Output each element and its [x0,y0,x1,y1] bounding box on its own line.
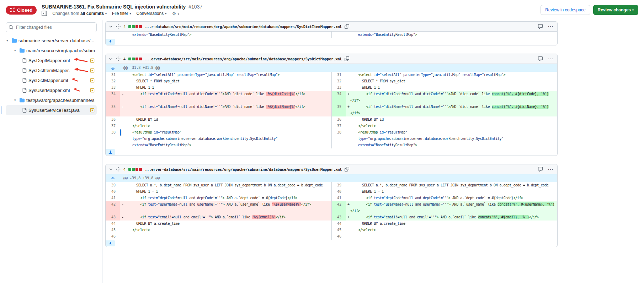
annotation-arrow-icon [73,67,88,72]
caret-down-icon: ▾ [105,12,107,15]
comment-icon[interactable] [538,24,543,29]
code-cell: WHERE 1=1 [120,85,331,91]
tree-folder-submarine-server-server-database[interactable]: ▾submarine-server/server-database/... [6,36,97,45]
line-number[interactable]: 44 [331,221,346,227]
tree-file-sysdictmapper-xml[interactable]: SysDictMapper.xml [6,75,97,85]
code-cell: SELECT * FROM sys_dict [120,78,331,85]
sidebar-toggle-icon[interactable] [42,11,47,16]
line-number[interactable]: 33 [331,85,346,91]
line-number[interactable]: 31 [106,72,120,78]
kebab-menu-icon[interactable]: ··· [548,24,554,29]
line-number[interactable]: 31 [331,72,346,78]
pr-status-badge: Closed [6,6,37,15]
line-number[interactable]: 43 [106,214,120,221]
line-number[interactable]: 46 [106,233,120,240]
tree-folder-main-resources-org-apache-subm[interactable]: ▾main/resources/org/apache/subm... [6,45,97,55]
line-number[interactable]: 41 [106,195,120,201]
diffstat-square-del [139,58,142,60]
line-number[interactable]: 40 [331,189,346,195]
line-number[interactable]: 40 [106,189,120,195]
expand-diff-button[interactable] [106,149,115,155]
file-path-link[interactable]: ...erver-database/src/main/resources/org… [145,57,342,61]
review-in-codespace-button[interactable]: Review in codespace [541,5,590,15]
diff-row: extends="BaseEntityResultMap"> extends="… [106,32,557,38]
expand-hunk-button[interactable] [106,64,120,72]
line-number[interactable]: 35 [331,104,346,116]
diff-sign: - [120,201,124,208]
filter-changed-files-input[interactable] [6,22,97,32]
diff-panel: 4...r-database/src/main/resources/org/ap… [103,20,644,283]
collapse-file-chevron-icon[interactable] [108,167,113,172]
file-tree: ▾submarine-server/server-database/...▾ma… [6,36,97,115]
diffstat-square-del [135,168,138,171]
line-number[interactable]: 42 [106,201,120,214]
line-number[interactable]: 42 [331,201,346,214]
tree-folder-test-java-org-apache-submarine-s[interactable]: ▾test/java/org/apache/submarine/s... [6,95,97,105]
code-cell: <if test="deptCode!=null and deptCode!='… [346,195,557,201]
add-comment-button[interactable]: + [120,129,121,136]
tree-file-sysusermapper-xml[interactable]: SysUserMapper.xml [6,85,97,95]
file-icon [22,58,27,63]
tree-file-sysdeptmapper-xml[interactable]: SysDeptMapper.xml [6,55,97,65]
line-number[interactable]: 36 [106,116,120,123]
line-number[interactable]: 37 [106,123,120,129]
copy-path-icon[interactable] [345,167,349,172]
review-changes-button[interactable]: Review changes▾ [593,5,638,15]
file-icon [22,88,27,93]
line-number[interactable]: 35 [106,104,120,116]
line-number[interactable]: 46 [331,233,346,240]
line-number[interactable]: 44 [106,221,120,227]
line-number[interactable]: 41 [331,195,346,201]
line-number[interactable] [331,32,346,38]
line-number[interactable]: 45 [106,227,120,233]
kebab-menu-icon[interactable]: ··· [548,56,554,61]
file-path-link[interactable]: ...erver-database/src/main/resources/org… [145,167,342,172]
line-number[interactable]: 39 [331,182,346,189]
diff-row: 45 </select>45 </select> [106,227,557,233]
line-number[interactable]: 36 [331,116,346,123]
line-number[interactable]: 33 [106,85,120,91]
file-path-link[interactable]: ...r-database/src/main/resources/org/apa… [145,25,342,29]
chevron-down-icon[interactable]: ▾ [14,98,18,102]
diff-settings-dropdown[interactable]: ⚙▾ [172,11,179,16]
line-number[interactable]: 37 [331,123,346,129]
code-cell: ORDER BY id [120,116,331,123]
diff-row: 35- <if test="dictName!=null and dictNam… [106,104,557,116]
line-number[interactable]: 32 [106,78,120,85]
expand-diff-button[interactable] [106,39,115,45]
line-number[interactable] [106,32,120,38]
chevron-down-icon[interactable]: ▾ [6,39,10,42]
comment-icon[interactable] [538,56,543,61]
expand-hunk-button[interactable] [106,174,120,182]
pr-header: Closed SUBMARINE-1361. Fix Submarine SQL… [0,0,644,20]
changes-from-dropdown[interactable]: Changes from all commits▾ [52,11,107,16]
line-number[interactable]: 45 [331,227,346,233]
line-number[interactable]: 34 [106,91,120,104]
kebab-menu-icon[interactable]: ··· [548,167,554,172]
tree-file-sysuserservicetest-java[interactable]: SysUserServiceTest.java [6,105,97,115]
collapse-file-chevron-icon[interactable] [108,56,113,61]
comment-icon[interactable] [538,167,543,172]
annotation-arrow-icon [73,58,88,62]
tree-file-sysdictitemmapper-xml[interactable]: SysDictItemMapper.xml [6,65,97,75]
line-number[interactable]: 43 [331,214,346,221]
conversations-dropdown[interactable]: Conversations▾ [136,11,166,16]
code-cell: </select> [346,227,557,233]
collapse-file-chevron-icon[interactable] [108,24,113,29]
copy-path-icon[interactable] [345,56,349,61]
copy-path-icon[interactable] [345,24,349,29]
line-number[interactable]: 39 [106,182,120,189]
line-number[interactable]: 34 [331,91,346,104]
line-number[interactable]: 38 [106,129,120,148]
line-number[interactable]: 38 [331,129,346,148]
chevron-down-icon[interactable]: ▾ [14,49,18,52]
expand-diff-button[interactable] [106,240,115,246]
changed-lines-count: 4 [123,57,126,61]
line-number[interactable]: 32 [331,78,346,85]
code-cell: - <if test="userName!=null and userName!… [120,201,331,214]
code-cell: <resultMap id="resultMap" type="org.apac… [120,129,331,148]
diff-toolbar: Changes from all commits▾ File filter▾ C… [42,11,536,16]
file-filter-dropdown[interactable]: File filter▾ [112,11,131,16]
split-diff-table: extends="BaseEntityResultMap"> extends="… [106,32,557,38]
diff-row: 4646 [106,233,557,240]
